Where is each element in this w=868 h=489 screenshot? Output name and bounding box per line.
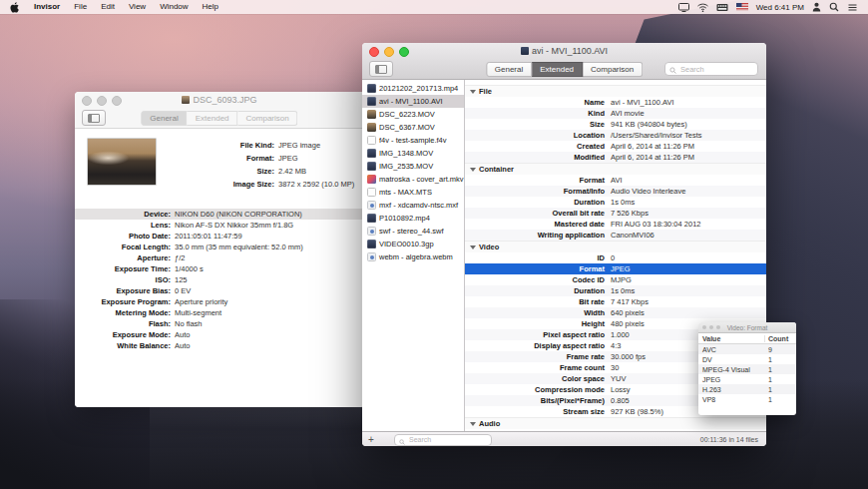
info-row[interactable]: Duration1s 0ms [465,197,766,208]
display-mirroring-icon[interactable] [678,3,689,12]
file-list-item[interactable]: IMG_2535.MOV [362,160,464,173]
sidebar-toggle-button[interactable] [82,110,106,126]
menu-clock[interactable]: Wed 6:41 PM [756,3,804,12]
add-file-button[interactable]: + [362,433,380,447]
popup-row[interactable]: MPEG-4 Visual1 [698,364,796,374]
tab-comparison[interactable]: Comparison [583,62,643,77]
detail-row[interactable]: Exposure Program:Aperture priority [75,296,364,307]
tab-comparison[interactable]: Comparison [238,111,298,126]
popup-row[interactable]: JPEG1 [698,374,796,384]
detail-rows: Device:NIKON D60 (NIKON CORPORATION)Lens… [75,197,364,351]
detail-row[interactable]: ISO:125 [75,274,364,285]
apple-menu-icon[interactable] [10,2,19,13]
front-toolbar: GeneralExtendedComparison [362,59,766,79]
section-header-container[interactable]: Container [465,163,766,175]
menu-item-edit[interactable]: Edit [94,0,122,14]
info-row[interactable]: ID0 [465,252,766,263]
popup-row[interactable]: VP81 [698,394,796,404]
info-row[interactable]: Codec IDMJPG [465,274,766,285]
detail-row[interactable]: White Balance:Auto [75,340,364,351]
front-title-bar[interactable]: avi - MVI_1100.AVI [362,43,766,59]
file-list-item[interactable]: DSC_6223.MOV [362,108,464,121]
info-row[interactable]: Width640 pixels [465,307,766,318]
detail-row[interactable]: Exposure Time:1/4000 s [75,263,364,274]
close-button[interactable] [369,47,379,57]
info-row[interactable]: Size941 KB (940804 bytes) [465,119,766,130]
info-row[interactable]: Bit rate7 417 Kbps [465,296,766,307]
menu-item-view[interactable]: View [122,0,153,14]
user-icon[interactable] [812,2,821,12]
detail-row[interactable]: Exposure Bias:0 EV [75,285,364,296]
tab-general[interactable]: General [141,111,187,126]
section-header-video[interactable]: Video [465,241,766,252]
spotlight-icon[interactable] [829,2,839,12]
file-list-item[interactable]: mts - MAX.MTS [362,186,464,199]
file-list-item[interactable]: DSC_6367.MOV [362,121,464,134]
detail-row[interactable]: Device:NIKON D60 (NIKON CORPORATION) [75,209,364,220]
footer-search-input[interactable] [407,435,477,444]
menu-item-file[interactable]: File [67,0,94,14]
keyboard-icon[interactable] [716,3,728,12]
minimize-button[interactable] [384,47,394,57]
tab-general[interactable]: General [486,62,532,77]
info-row[interactable]: CreatedApril 6, 2014 at 11:26 PM [465,141,766,152]
menu-item-window[interactable]: Window [153,0,195,14]
tab-extended[interactable]: Extended [188,111,238,126]
popup-row[interactable]: AVC9 [698,344,796,354]
file-list-item[interactable]: avi - MVI_1100.AVI [362,95,464,108]
info-row[interactable]: Location/Users/Shared/Invisor Tests [465,130,766,141]
popup-row[interactable]: DV1 [698,354,796,364]
file-list-item[interactable]: VIDEO0010.3gp [362,238,464,250]
file-list-item[interactable]: mxf - xdcamdv-ntsc.mxf [362,199,464,212]
info-row[interactable]: Duration1s 0ms [465,285,766,296]
file-list-item[interactable]: 20121202_201713.mp4 [362,82,464,95]
info-row[interactable]: FormatJPEG [465,263,766,274]
footer-search[interactable] [394,434,492,446]
detail-row[interactable]: Focal Length:35.0 mm (35 mm equivalent: … [75,242,364,252]
column-value[interactable]: Value [698,335,765,342]
row-value: No flash [175,319,364,328]
file-list-item[interactable]: webm - algebra.webm [362,250,464,263]
info-row[interactable]: Mastered dateFRI AUG 03 18:30:04 2012 [465,219,766,230]
section-header-file[interactable]: File [465,85,766,97]
info-row[interactable]: Overall bit rate7 526 Kbps [465,208,766,219]
info-row[interactable]: KindAVI movie [465,108,766,119]
file-list-item[interactable]: IMG_1348.MOV [362,147,464,160]
input-language-flag-icon[interactable] [736,3,748,11]
file-list-item[interactable]: matroska - cover_art.mkv [362,173,464,186]
column-count[interactable]: Count [765,335,796,342]
section-header-audio[interactable]: Audio [465,417,766,429]
close-button[interactable] [82,96,92,106]
notification-center-icon[interactable] [847,3,858,12]
info-row[interactable]: Writing applicationCanonMVI06 [465,230,766,241]
back-title-bar[interactable]: DSC_6093.JPG [75,92,364,108]
file-list-item[interactable]: f4v - test-sample.f4v [362,134,464,147]
detail-row[interactable]: Photo Date:2011:05:01 11:47:59 [75,231,364,242]
info-row[interactable]: ModifiedApril 6, 2014 at 11:26 PM [465,152,766,163]
sidebar-toggle-button[interactable] [369,61,393,77]
menu-item-invisor[interactable]: Invisor [27,0,67,14]
file-list-item[interactable]: swf - stereo_44.swf [362,225,464,238]
detail-row[interactable]: Exposure Mode:Auto [75,329,364,340]
detail-row[interactable]: Metering Mode:Multi-segment [75,307,364,318]
menu-item-help[interactable]: Help [196,0,225,14]
row-label: Color space [465,374,611,383]
detail-row[interactable]: Lens:Nikon AF-S DX Nikkor 35mm f/1.8G [75,220,364,231]
search-input[interactable] [678,64,744,75]
zoom-button[interactable] [112,96,122,106]
popup-window-controls[interactable] [702,325,720,329]
zoom-button[interactable] [399,47,409,57]
row-label: Size: [157,167,278,176]
minimize-button[interactable] [97,96,107,106]
info-row[interactable]: Nameavi - MVI_1100.AVI [465,97,766,108]
popup-row[interactable]: H.2631 [698,384,796,394]
file-list-item[interactable]: P1010892.mp4 [362,212,464,225]
info-row[interactable]: FormatAVI [465,175,766,186]
wifi-icon[interactable] [697,3,708,12]
info-row[interactable]: Format/InfoAudio Video Interleave [465,186,766,197]
detail-row[interactable]: Flash:No flash [75,318,364,329]
detail-row[interactable]: Aperture:ƒ/2 [75,252,364,263]
tab-extended[interactable]: Extended [532,62,583,77]
toolbar-search[interactable] [664,62,758,76]
popup-title-bar[interactable]: Video: Format [698,322,796,333]
